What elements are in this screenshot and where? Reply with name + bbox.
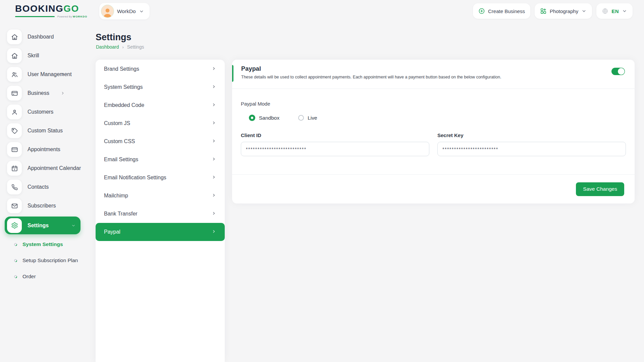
paypal-panel: Paypal These details will be used to col… [232,60,635,203]
sidebar-item-contacts[interactable]: Contacts [0,178,88,196]
field-label: Secret Key [437,132,626,138]
sidebar-item-appointments[interactable]: Appointments [0,140,88,159]
sidebar-item-label: Appointment Calendar [28,165,81,171]
topbar-actions: Create Business Photography EN [473,3,633,19]
sidebar-subitem-label: Order [22,274,36,280]
sidebar-item-skrill[interactable]: Skrill [0,46,88,65]
logo-underline [15,16,55,17]
sidebar-item-label: Dashboard [28,34,54,40]
settings-menu-item-label: Custom JS [104,120,130,126]
settings-menu-item-label: Bank Transfer [104,211,138,217]
chevron-right-icon [211,84,216,90]
secret-key-input[interactable] [437,142,626,156]
globe-icon [602,8,608,14]
toggle-knob [618,68,625,75]
field-secret-key: Secret Key [437,132,626,156]
sidebar-item-customers[interactable]: Customers [0,103,88,121]
sidebar-item-appointment-calendar[interactable]: Appointment Calendar [0,159,88,178]
settings-menu-item-label: Brand Settings [104,66,139,72]
settings-menu-item-email-notification-settings[interactable]: Email Notification Settings [96,169,225,187]
paypal-panel-title: Paypal [241,65,625,72]
paypal-panel-header: Paypal These details will be used to col… [232,60,635,89]
sidebar-subitem-order[interactable]: Order [0,268,88,285]
business-selector-label: Photography [550,8,578,14]
field-label: Client ID [241,132,429,138]
breadcrumb-dashboard-link[interactable]: Dashboard [96,44,119,50]
page-title: Settings [96,32,131,43]
chevron-down-icon [71,223,76,228]
settings-menu-card: Brand SettingsSystem SettingsEmbedded Co… [96,60,225,362]
chevron-right-icon [211,229,216,235]
field-client-id: Client ID [241,132,429,156]
settings-menu-item-custom-js[interactable]: Custom JS [96,114,225,132]
sidebar-item-label: Skrill [28,53,39,59]
person-icon [7,105,22,119]
settings-menu-item-paypal[interactable]: Paypal [96,223,225,241]
app-logo-text: BOOKINGGO [15,4,87,13]
sidebar-subitem-label: System Settings [22,241,63,247]
sidebar-item-business[interactable]: Business [0,84,88,103]
settings-menu-item-email-settings[interactable]: Email Settings [96,150,225,169]
paypal-mode-radio-sandbox[interactable]: Sandbox [249,115,279,121]
radio-label: Live [308,115,317,121]
chevron-right-icon [60,91,65,96]
paypal-mode-radios: SandboxLive [241,115,626,121]
save-changes-button[interactable]: Save Changes [576,182,624,196]
sidebar-item-user-management[interactable]: User Management [0,65,88,84]
chevron-down-icon [622,8,627,14]
create-business-button[interactable]: Create Business [473,3,530,19]
language-code: EN [611,8,619,14]
tag-icon [7,123,22,138]
sidebar-item-label: Custom Status [28,128,63,134]
mail-icon [7,198,22,213]
sidebar-item-subscribers[interactable]: Subscribers [0,196,88,215]
paypal-mode-label: Paypal Mode [241,101,626,107]
bullet-icon [13,242,18,247]
settings-menu-item-label: Mailchimp [104,193,128,199]
breadcrumb-current: Settings [127,44,144,50]
chevron-right-icon [211,66,216,72]
sidebar-item-label: Contacts [28,184,49,190]
radio-unchecked-icon [298,115,304,121]
settings-menu-item-label: Email Notification Settings [104,175,166,181]
chevron-right-icon [211,175,216,181]
paypal-enabled-toggle[interactable] [611,68,625,75]
sidebar-item-label: Business [28,90,49,96]
workspace-switcher[interactable]: WorkDo [99,3,150,19]
breadcrumb-separator: › [122,45,124,50]
sidebar-item-settings[interactable]: Settings [5,217,80,234]
chevron-down-icon [581,8,587,14]
settings-menu-item-mailchimp[interactable]: Mailchimp [96,187,225,205]
settings-menu-item-system-settings[interactable]: System Settings [96,78,225,96]
paypal-credential-fields: Client IDSecret Key [241,132,626,156]
user-avatar-icon [101,5,114,18]
client-id-input[interactable] [241,142,429,156]
sidebar-item-label: Appointments [28,146,60,153]
plus-circle-icon [478,8,485,14]
sidebar-subitem-system-settings[interactable]: System Settings [0,236,88,252]
phone-icon [7,180,22,194]
sidebar-item-dashboard[interactable]: Dashboard [0,27,88,46]
sidebar-item-custom-status[interactable]: Custom Status [0,121,88,140]
business-selector[interactable]: Photography [535,3,592,19]
settings-menu-item-label: System Settings [104,84,143,90]
sidebar-subitem-setup-subscription-plan[interactable]: Setup Subscription Plan [0,252,88,268]
settings-menu-item-label: Embedded Code [104,102,144,108]
settings-menu-item-bank-transfer[interactable]: Bank Transfer [96,205,225,223]
calendar-icon [7,161,22,176]
settings-menu-item-brand-settings[interactable]: Brand Settings [96,60,225,78]
app-logo[interactable]: BOOKINGGO Powered By WORKDO [15,4,87,18]
chevron-right-icon [60,72,65,77]
paypal-panel-description: These details will be used to collect ap… [241,75,625,79]
panel-accent-bar [232,65,233,82]
language-selector[interactable]: EN [596,3,633,19]
paypal-mode-radio-live[interactable]: Live [298,115,317,121]
sidebar-nav: DashboardSkrillUser ManagementBusinessCu… [0,27,88,234]
settings-menu-item-custom-css[interactable]: Custom CSS [96,132,225,150]
radio-checked-icon [249,115,255,121]
sidebar-submenu: System SettingsSetup Subscription PlanOr… [0,236,88,285]
settings-menu-item-embedded-code[interactable]: Embedded Code [96,96,225,114]
radio-label: Sandbox [259,115,279,121]
settings-menu-item-label: Paypal [104,229,120,235]
settings-menu-item-label: Email Settings [104,157,138,163]
